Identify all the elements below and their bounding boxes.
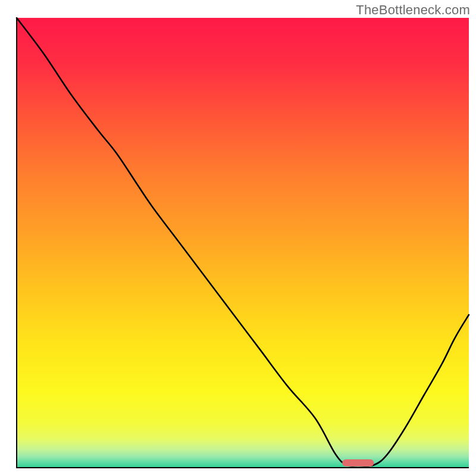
target-marker xyxy=(342,459,374,466)
gradient-fill xyxy=(17,18,469,468)
bottleneck-chart xyxy=(0,0,476,476)
